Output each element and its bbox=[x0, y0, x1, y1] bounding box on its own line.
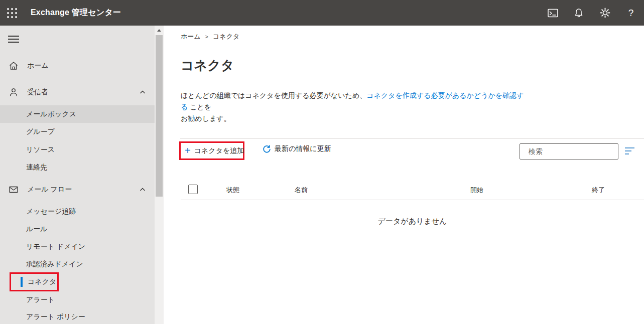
page-title: コネクタ bbox=[181, 57, 234, 74]
plus-icon: + bbox=[185, 145, 191, 155]
refresh-label: 最新の情報に更新 bbox=[275, 144, 331, 153]
column-header-end[interactable]: 終了 bbox=[592, 186, 605, 195]
breadcrumb: ホーム > コネクタ bbox=[181, 32, 239, 41]
column-header-start[interactable]: 開始 bbox=[470, 186, 483, 195]
waffle-icon bbox=[7, 8, 18, 19]
sidebar-item-label: ルール bbox=[26, 225, 48, 234]
mail-icon bbox=[9, 185, 19, 195]
sidebar-item-recipients[interactable]: 受信者 bbox=[0, 84, 155, 101]
sidebar-item-mailboxes[interactable]: メールボックス bbox=[0, 105, 155, 123]
add-connector-label: コネクタを追加 bbox=[194, 146, 244, 155]
sidebar-item-label: メール フロー bbox=[27, 185, 72, 194]
sidebar-item-alert-policies[interactable]: アラート ポリシー bbox=[0, 308, 155, 324]
add-connector-button[interactable]: + コネクタを追加 bbox=[181, 146, 248, 155]
refresh-button[interactable]: 最新の情報に更新 bbox=[263, 144, 331, 153]
sidebar-item-accepted-domains[interactable]: 承認済みドメイン bbox=[0, 256, 155, 273]
annotation-box-add-connector: + コネクタを追加 bbox=[179, 141, 244, 160]
sidebar-item-contacts[interactable]: 連絡先 bbox=[0, 159, 155, 176]
sidebar-item-rules[interactable]: ルール bbox=[0, 221, 155, 238]
sidebar-item-label: ホーム bbox=[27, 61, 49, 70]
sidebar-item-label: グループ bbox=[26, 127, 55, 136]
sidebar-item-label: 連絡先 bbox=[26, 163, 47, 172]
description-text: ほとんどの組織ではコネクタを使用する必要がないため、 bbox=[181, 91, 366, 99]
breadcrumb-current: コネクタ bbox=[213, 32, 239, 41]
toolbar: + コネクタを追加 最新の情報に更新 bbox=[179, 141, 644, 160]
sidebar-item-label: メッセージ追跡 bbox=[26, 207, 76, 216]
gear-icon bbox=[600, 8, 610, 18]
settings-button[interactable] bbox=[592, 0, 618, 26]
help-button[interactable]: ? bbox=[618, 0, 644, 26]
left-navigation: ホーム 受信者 メールボックス グループ リソース 連絡先 メール フロー bbox=[0, 26, 155, 324]
table-header-row: 状態 名前 開始 終了 bbox=[181, 182, 644, 200]
sidebar-item-message-trace[interactable]: メッセージ追跡 bbox=[0, 203, 155, 220]
chevron-up-icon bbox=[139, 89, 146, 96]
scrollbar-up-arrow[interactable] bbox=[155, 26, 164, 35]
sidebar-item-resources[interactable]: リソース bbox=[0, 141, 155, 158]
column-header-name[interactable]: 名前 bbox=[295, 186, 308, 195]
sidebar-item-connectors[interactable]: コネクタ bbox=[0, 273, 155, 290]
app-title: Exchange 管理センター bbox=[31, 8, 121, 18]
bell-icon bbox=[574, 8, 584, 18]
scrollbar-thumb[interactable] bbox=[156, 35, 163, 197]
sidebar-item-label: リソース bbox=[26, 145, 55, 154]
toolbar-divider bbox=[180, 138, 644, 139]
select-all-checkbox[interactable] bbox=[188, 185, 198, 194]
main-content: ホーム > コネクタ コネクタ ほとんどの組織ではコネクタを使用する必要がないた… bbox=[164, 26, 644, 324]
sidebar-scrollbar[interactable] bbox=[155, 26, 164, 324]
person-icon bbox=[9, 87, 19, 97]
description-text: ことを bbox=[188, 103, 211, 111]
notifications-button[interactable] bbox=[566, 0, 592, 26]
sidebar-item-label: 承認済みドメイン bbox=[26, 260, 83, 269]
top-app-bar: Exchange 管理センター bbox=[0, 0, 644, 26]
refresh-icon bbox=[263, 145, 271, 153]
sidebar-item-label: リモート ドメイン bbox=[26, 242, 85, 251]
sidebar-item-mail-flow[interactable]: メール フロー bbox=[0, 181, 155, 198]
sidebar-item-label: 受信者 bbox=[27, 88, 48, 97]
column-header-status[interactable]: 状態 bbox=[226, 186, 239, 195]
sidebar-item-label: アラート ポリシー bbox=[26, 312, 85, 321]
sidebar-item-label: メールボックス bbox=[26, 110, 76, 119]
sort-filter-icon[interactable] bbox=[625, 147, 634, 154]
sidebar-item-label: コネクタ bbox=[28, 277, 56, 286]
terminal-icon bbox=[548, 9, 558, 18]
sidebar-item-label: アラート bbox=[26, 295, 55, 304]
topbar-actions: ? bbox=[540, 0, 644, 26]
sidebar-item-home[interactable]: ホーム bbox=[0, 57, 155, 74]
breadcrumb-separator: > bbox=[205, 34, 208, 40]
sidebar-item-alerts[interactable]: アラート bbox=[0, 291, 155, 308]
search-input[interactable] bbox=[529, 147, 619, 155]
breadcrumb-home-link[interactable]: ホーム bbox=[181, 32, 201, 41]
search-box bbox=[520, 143, 618, 159]
description-text-line2: お勧めします。 bbox=[181, 114, 231, 122]
sidebar-item-groups[interactable]: グループ bbox=[0, 123, 155, 140]
active-selection-bar bbox=[21, 277, 23, 287]
empty-state-message: データがありません bbox=[181, 217, 644, 226]
sidebar-item-remote-domains[interactable]: リモート ドメイン bbox=[0, 238, 155, 255]
hamburger-menu-icon[interactable] bbox=[8, 35, 20, 44]
page-description: ほとんどの組織ではコネクタを使用する必要がないため、コネクタを作成する必要がある… bbox=[181, 90, 528, 124]
home-icon bbox=[9, 61, 19, 71]
cloud-shell-button[interactable] bbox=[540, 0, 566, 26]
app-launcher-waffle-icon[interactable] bbox=[0, 0, 24, 26]
help-icon: ? bbox=[628, 8, 634, 19]
chevron-up-icon bbox=[139, 186, 146, 193]
